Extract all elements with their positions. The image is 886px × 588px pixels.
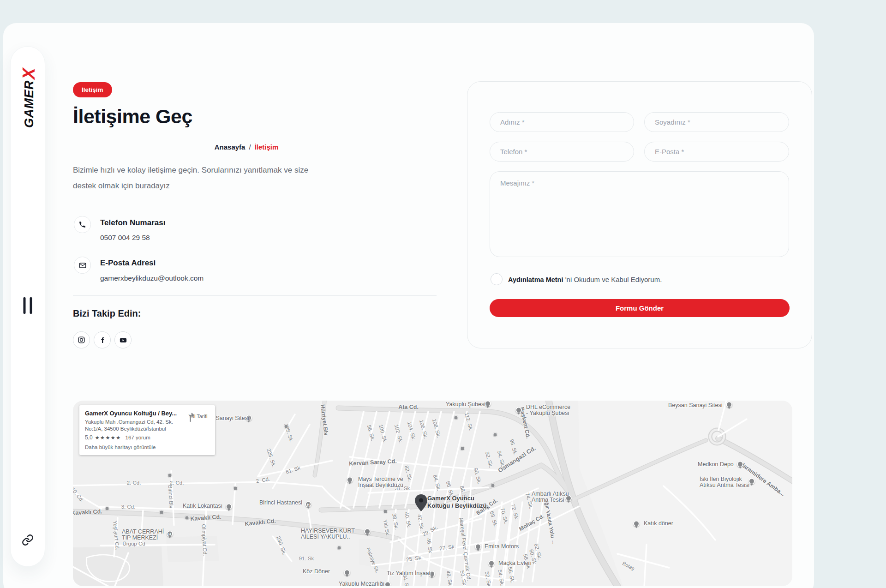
map-street-label: 100. Sk. [378, 424, 389, 444]
map-street-label: 52. Sk. [484, 571, 492, 586]
phone-input[interactable] [490, 142, 634, 162]
map-transit-marker [491, 484, 495, 488]
map-street-label: 56. Sk. [507, 566, 515, 583]
map-poi-marker[interactable] [364, 528, 371, 535]
map-street-label: 68. Sk. [489, 510, 499, 528]
map-street-label: Ürgüp Cd [122, 541, 145, 546]
menu-toggle-icon[interactable] [24, 297, 32, 314]
map-poi-label: Birinci Hastanesi [259, 500, 302, 506]
map-poi-marker[interactable] [344, 570, 350, 576]
map-transit-marker [185, 516, 189, 520]
map-poi-marker[interactable] [726, 402, 732, 408]
map-poi-marker[interactable]: H [167, 531, 173, 537]
gamerx-logo[interactable]: GAMERX [18, 68, 37, 128]
map-street-label: 104. Sk. [407, 421, 417, 441]
map-street-label: Olimpiyat Cd. [201, 524, 208, 556]
map-street-label: 90. Sk. [473, 467, 483, 485]
instagram-icon[interactable] [73, 331, 90, 348]
map-street-label: Kavaklı Cd. [190, 514, 222, 522]
map-poi-marker[interactable] [488, 560, 495, 567]
map-poi-marker[interactable] [347, 477, 353, 483]
map-street-label: Kervan Saray Cd. [349, 458, 397, 467]
map-street-label: 96. Sk. [509, 438, 519, 456]
map-street-label: 92. Sk. [485, 451, 494, 468]
youtube-icon[interactable] [114, 331, 132, 348]
consent-label-bold[interactable]: Aydınlatma Metni [508, 276, 563, 283]
submit-button[interactable]: Formu Gönder [490, 299, 790, 317]
logo-text: GAMER [22, 80, 36, 128]
map-street-label: Birinci Blv [168, 485, 174, 508]
gamerx-pin-label: GamerX Oyuncu Koltuğu / Beylikdüzü.. [427, 495, 490, 509]
consent-checkbox[interactable] [491, 273, 503, 285]
map-transit-marker [461, 447, 465, 451]
map-info-card: GamerX Oyuncu Koltuğu / Bey... Yakuplu M… [79, 405, 215, 455]
map-poi-marker[interactable] [384, 582, 391, 586]
map-poi-marker[interactable] [737, 461, 743, 468]
map-street-label: 46. Sk [426, 538, 433, 553]
map-street-label: 98. Sk. [366, 424, 376, 442]
map-poi-marker[interactable] [633, 521, 640, 527]
map-poi-marker[interactable] [485, 401, 491, 407]
map-poi-label: Katık Lokantası [183, 503, 222, 509]
directions-icon [185, 411, 196, 423]
rating-reviews[interactable]: 167 yorum [126, 435, 150, 440]
map-poi-marker[interactable] [226, 504, 232, 510]
link-icon[interactable] [22, 534, 34, 548]
map-transit-marker [168, 474, 172, 478]
breadcrumb-home[interactable]: Anasayfa [215, 143, 245, 151]
first-name-input[interactable] [490, 112, 634, 132]
rating-value: 5,0 [85, 434, 93, 441]
facebook-icon[interactable] [94, 331, 111, 348]
map-transit-marker [493, 433, 497, 437]
map-poi-label: Katık döner [644, 521, 673, 527]
map-street-label: 82. Sk. [404, 465, 413, 482]
map-transit-marker [337, 546, 341, 550]
email-icon [74, 257, 91, 274]
map-street-label: Mohaç Cd. [518, 513, 545, 532]
page-title: İletişime Geç [73, 105, 192, 128]
map-poi-label: Medkon Depo [698, 462, 734, 468]
email-input[interactable] [644, 142, 789, 162]
map-transit-marker [383, 510, 388, 514]
map-street-label: 25. Sk. [406, 555, 423, 563]
map-poi-label: İski İleri BiyolojikAtıksu Antma Tesisi [700, 476, 749, 488]
map-street-label: 3. Cd. [121, 504, 136, 510]
map-card-rating: 5,0 ★★★★★ 167 yorum [85, 434, 210, 441]
divider [73, 295, 437, 296]
map-transit-marker [105, 507, 109, 511]
view-larger-map-link[interactable]: Daha büyük haritayı görüntüle [85, 444, 210, 450]
rating-stars: ★★★★★ [95, 435, 121, 441]
consent-label-rest: 'ni Okudum ve Kabul Ediyorum. [563, 276, 662, 283]
map-street-label: 112. Sk. [464, 412, 474, 432]
map-street-label: 42. Sk. [417, 514, 425, 531]
map-poi-marker[interactable]: H [305, 501, 311, 508]
message-textarea[interactable] [490, 171, 789, 257]
last-name-input[interactable] [644, 112, 789, 132]
map-street-label: Kavaklı Cd. [245, 518, 276, 528]
map-poi-label: Yakuplu Şubesi [446, 402, 485, 408]
logo-x: X [19, 68, 38, 79]
map-street-label: Palmiye Sk. [365, 547, 381, 574]
map-street-label: Yalı Sk. [383, 519, 391, 537]
map-transit-marker [233, 486, 238, 491]
map-poi-label: Maçka Evleri [498, 560, 532, 566]
page-description: Bizimle hızlı ve kolay iletişime geçin. … [73, 162, 331, 194]
map-street-label: 102. Sk. [394, 424, 404, 444]
map[interactable]: Ata Cd.Hürriyet Blv228. Sk.226. Sk.81. S… [73, 401, 792, 586]
map-poi-label: Mays Tercüme veİnşaat Beylikdüzü [358, 476, 403, 488]
map-poi-label: Tiz Yalıtım İnşaat [387, 570, 431, 576]
map-poi-marker[interactable] [475, 544, 481, 550]
map-street-label: 81. Sk [285, 465, 301, 474]
directions-button[interactable]: Yol Tarifi [185, 411, 211, 419]
map-street-label: Ata Cd. [398, 404, 419, 410]
map-street-label: 108. Sk. [431, 418, 442, 438]
map-card-title: GamerX Oyuncu Koltuğu / Bey... [85, 410, 182, 417]
map-street-label: 48. Sk. [445, 570, 454, 586]
map-street-label: 54. Sk. [497, 569, 505, 586]
map-street-label: 230. Sk. [275, 535, 287, 556]
section-badge: İletişim [73, 82, 112, 97]
map-street-label: 91. Sk [299, 556, 314, 561]
map-street-label: 38. Sk. [391, 513, 400, 530]
map-poi-marker[interactable] [515, 407, 522, 414]
map-street-label: Ağır Vasıta Yolu → [543, 498, 557, 545]
